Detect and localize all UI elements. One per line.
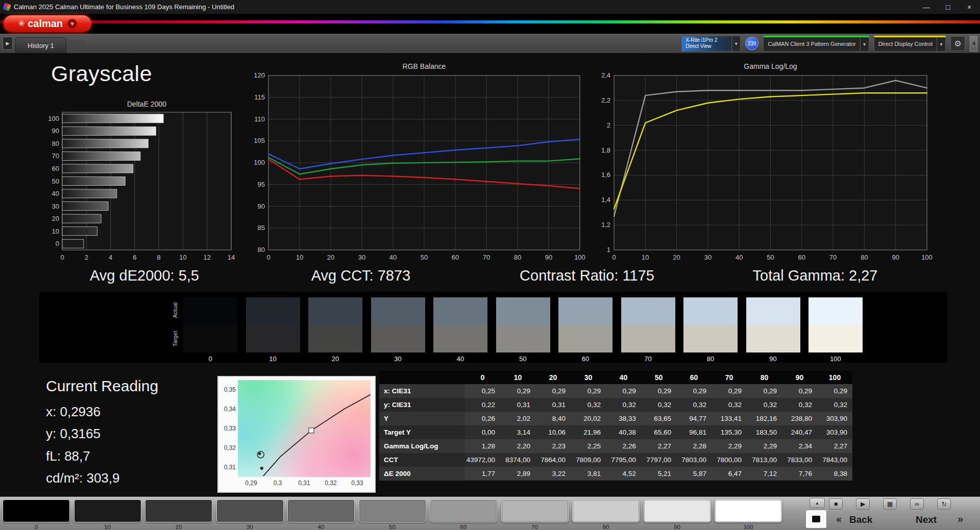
meter-dropdown[interactable]: X-Rite i1Pro 2 Direct View ▾: [681, 36, 741, 52]
gray-patch-label: 10: [104, 524, 111, 530]
svg-text:6: 6: [133, 254, 136, 261]
swatch-actual: [808, 297, 863, 325]
table-cell: 7813,00: [747, 453, 782, 467]
tab-label: History 1: [28, 42, 54, 49]
table-cell: 0,31: [500, 398, 535, 412]
new-tab-button[interactable]: [68, 40, 85, 53]
gray-patch-button-80[interactable]: [572, 499, 640, 522]
total-gamma-stat: Total Gamma: 2,27: [753, 267, 878, 284]
chevron-down-icon: ▾: [731, 36, 740, 51]
collapse-panel-button[interactable]: [970, 36, 977, 52]
back-chevron-button[interactable]: «: [836, 513, 842, 525]
gray-swatch-0: 0: [183, 297, 237, 352]
gray-patch-button-10[interactable]: [74, 499, 141, 522]
table-column-header: 20: [535, 371, 571, 384]
stop-button[interactable]: ■: [829, 498, 843, 510]
svg-text:95: 95: [258, 181, 265, 188]
pattern-generator-dropdown[interactable]: CalMAN Client 3 Pattern Generator ▾: [763, 36, 869, 52]
gray-patch-button-20[interactable]: [145, 499, 212, 522]
gray-patch-button-100[interactable]: [715, 499, 782, 522]
svg-text:4: 4: [109, 254, 112, 261]
table-cell: 240,47: [782, 425, 817, 439]
swatch-target: [496, 325, 550, 352]
gray-patch-label: 100: [743, 524, 753, 530]
table-column-header: 70: [712, 371, 747, 384]
pattern-window-icon: [812, 516, 820, 522]
svg-text:20: 20: [327, 254, 334, 261]
table-cell: 2,28: [676, 439, 712, 453]
app-icon: [3, 3, 11, 11]
calman-menu-button[interactable]: ✳ calman ▾: [4, 15, 91, 32]
table-cell: 10,06: [535, 425, 571, 439]
swatch-level-label: 50: [496, 355, 550, 363]
svg-text:105: 105: [254, 137, 265, 144]
gray-patch-button-0[interactable]: [3, 499, 70, 522]
gray-patch-button-70[interactable]: [501, 499, 569, 522]
swatch-target: [683, 325, 738, 352]
table-cell: 2,23: [535, 439, 571, 453]
table-cell: 0,32: [712, 398, 747, 412]
next-chevron-button[interactable]: »: [958, 513, 963, 525]
table-cell: 7800,00: [712, 453, 747, 467]
save-button[interactable]: ▦: [883, 498, 897, 510]
gray-swatch-20: 20: [308, 297, 362, 352]
table-cell: 40,38: [606, 425, 641, 439]
svg-text:20: 20: [673, 254, 680, 261]
swatch-actual: [621, 297, 675, 325]
gray-patch-button-60[interactable]: [430, 499, 497, 522]
gray-swatch-40: 40: [433, 297, 487, 352]
table-cell: 94,77: [676, 412, 712, 425]
svg-text:50: 50: [421, 254, 428, 261]
window-title: Calman 2025 Calman Ultimate for Business…: [14, 3, 234, 11]
maximize-button[interactable]: □: [937, 0, 959, 14]
table-column-header: 100: [817, 371, 852, 384]
table-column-header: 60: [676, 371, 712, 384]
gray-patch-button-90[interactable]: [644, 499, 711, 522]
gray-patch-button-40[interactable]: [287, 499, 355, 522]
swatch-target: [746, 325, 800, 352]
table-cell: 2,34: [782, 439, 817, 453]
gray-patch-button-50[interactable]: [359, 499, 426, 522]
swatch-level-label: 100: [808, 355, 863, 363]
table-cell: 133,41: [712, 412, 747, 425]
meter-count-badge[interactable]: 239: [745, 37, 758, 50]
expand-panel-button[interactable]: ▲: [810, 498, 825, 508]
transport-controls: ■▶▦∞↻: [829, 498, 951, 510]
close-button[interactable]: ×: [959, 0, 980, 14]
gray-swatch-50: 50: [496, 297, 550, 352]
swatch-actual: [558, 297, 612, 325]
current-reading-x: x: 0,2936: [46, 404, 101, 420]
table-cell: 303,90: [817, 412, 852, 425]
gray-patch-button-30[interactable]: [216, 499, 284, 522]
settings-button[interactable]: ⚙: [950, 36, 965, 51]
table-cell: 7,12: [747, 467, 782, 481]
link-button[interactable]: ∞: [910, 498, 924, 510]
svg-text:80: 80: [258, 246, 265, 254]
history-nav-button[interactable]: ▶: [3, 37, 13, 50]
minimize-button[interactable]: —: [916, 0, 937, 14]
table-cell: 20,02: [571, 412, 606, 425]
table-cell: 0,32: [676, 398, 712, 412]
svg-text:80: 80: [861, 254, 868, 261]
tab-history-1[interactable]: History 1: [15, 37, 66, 53]
svg-text:90: 90: [52, 127, 59, 135]
cie-chromaticity-chart: 0,350,340,330,320,310,290,30,310,320,33: [217, 376, 376, 493]
play-button[interactable]: ▶: [856, 498, 870, 510]
display-control-dropdown[interactable]: Direct Display Control ▾: [874, 36, 946, 52]
next-button[interactable]: Next: [916, 514, 937, 525]
table-cell: 303,90: [817, 425, 852, 439]
current-reading-fl: fL: 88,7: [46, 448, 90, 464]
svg-text:1,8: 1,8: [601, 146, 610, 154]
back-button[interactable]: Back: [849, 514, 872, 525]
svg-text:10: 10: [296, 254, 303, 261]
svg-text:60: 60: [452, 254, 459, 261]
avg-cct-stat: Avg CCT: 7873: [311, 267, 411, 284]
table-cell: 2,20: [500, 439, 535, 453]
refresh-button[interactable]: ↻: [937, 498, 951, 510]
table-cell: 7864,00: [535, 453, 571, 467]
svg-text:DeltaE 2000: DeltaE 2000: [127, 100, 166, 108]
svg-text:50: 50: [767, 254, 774, 261]
table-cell: 7,76: [782, 467, 817, 481]
pattern-window-toggle-button[interactable]: [805, 510, 827, 528]
gray-swatch-60: 60: [558, 297, 612, 352]
